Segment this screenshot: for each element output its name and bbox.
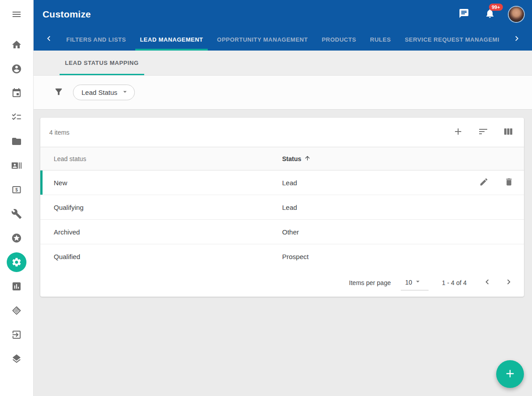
notifications-button[interactable]: 99+	[483, 7, 497, 21]
header-actions: 99+	[457, 7, 524, 22]
items-per-page-value: 10	[405, 279, 412, 286]
plus-icon	[504, 367, 516, 381]
sort-ascending-arrow-icon	[304, 155, 311, 163]
sidebar-item-documents[interactable]	[7, 132, 26, 151]
sidebar-item-settings[interactable]	[7, 252, 26, 272]
cell-status: Prospect	[282, 253, 524, 260]
home-icon	[11, 39, 22, 50]
content-area: 4 items Lead status	[34, 110, 532, 396]
cell-status: Other	[282, 228, 524, 236]
svg-text:$: $	[15, 187, 18, 192]
chevron-left-icon	[44, 34, 54, 45]
delete-row-button[interactable]	[500, 174, 518, 192]
selected-row-indicator	[40, 170, 43, 195]
checklist-icon	[11, 112, 22, 123]
trash-icon	[504, 177, 514, 188]
next-page-button[interactable]	[500, 274, 518, 292]
tab-products[interactable]: PRODUCTS	[317, 28, 360, 51]
table-row[interactable]: New Lead	[40, 170, 524, 195]
chevron-down-icon	[414, 277, 422, 287]
sidebar-item-calendar[interactable]	[7, 83, 26, 103]
sidebar-item-home[interactable]	[7, 35, 26, 55]
lead-status-filter-chip[interactable]: Lead Status	[73, 85, 135, 100]
gear-icon	[11, 257, 22, 268]
subtab-lead-status-mapping[interactable]: LEAD STATUS MAPPING	[60, 51, 144, 75]
cell-lead-status: Qualifying	[40, 204, 282, 211]
handshake-icon	[11, 305, 22, 316]
plus-icon	[453, 126, 463, 139]
tab-bar: FILTERS AND LISTS LEAD MANAGEMENT OPPORT…	[34, 28, 532, 51]
filter-funnel-icon	[54, 87, 64, 98]
notification-badge: 99+	[489, 4, 503, 11]
table-row[interactable]: Qualifying Lead	[40, 195, 524, 220]
columns-icon	[503, 126, 514, 139]
items-per-page-label: Items per page	[349, 279, 390, 286]
sidebar-item-contacts[interactable]	[7, 156, 26, 175]
star-circle-icon	[11, 233, 22, 243]
row-actions	[475, 174, 524, 192]
tabs-scroll-right-button[interactable]	[509, 28, 525, 51]
tab-service-request-management[interactable]: SERVICE REQUEST MANAGEMI	[400, 28, 504, 51]
pencil-icon	[479, 177, 489, 188]
table-row[interactable]: Qualified Prospect	[40, 244, 524, 269]
cell-lead-status: Archived	[40, 228, 282, 236]
chevron-right-icon	[512, 34, 522, 45]
table-header-row: Lead status Status	[40, 147, 524, 170]
sidebar: $	[0, 0, 34, 396]
dollar-card-icon: $	[11, 184, 22, 195]
chevron-right-icon	[504, 277, 514, 289]
items-per-page-select[interactable]: 10	[401, 276, 429, 290]
columns-button[interactable]	[499, 123, 518, 142]
tab-filters-and-lists[interactable]: FILTERS AND LISTS	[62, 28, 130, 51]
filter-chip-label: Lead Status	[82, 89, 117, 96]
folder-icon	[11, 136, 22, 147]
sidebar-item-account[interactable]	[7, 59, 26, 79]
person-circle-icon	[11, 64, 22, 74]
cell-status: Lead	[282, 204, 524, 211]
bar-chart-icon	[11, 281, 22, 292]
tab-opportunity-management[interactable]: OPPORTUNITY MANAGEMENT	[213, 28, 313, 51]
calendar-icon	[11, 88, 22, 98]
sidebar-menu-button[interactable]	[7, 4, 26, 24]
page-title: Customize	[43, 9, 457, 20]
chevron-left-icon	[482, 277, 492, 289]
app-header: Customize 99+	[34, 0, 532, 28]
edit-row-button[interactable]	[475, 174, 493, 192]
sidebar-item-reports[interactable]	[7, 277, 26, 296]
sidebar-item-tasks[interactable]	[7, 107, 26, 127]
tab-lead-management[interactable]: LEAD MANAGEMENT	[135, 28, 207, 51]
filter-button[interactable]	[51, 85, 67, 101]
hamburger-menu-icon	[11, 9, 22, 20]
exit-to-app-icon	[11, 329, 22, 340]
previous-page-button[interactable]	[478, 274, 496, 292]
chevron-down-icon	[121, 88, 129, 98]
card-toolbar: 4 items	[40, 118, 524, 147]
column-header-status[interactable]: Status	[282, 155, 311, 163]
tabs-scroll-left-button[interactable]	[41, 28, 57, 51]
sidebar-item-layers[interactable]	[7, 349, 26, 369]
sidebar-item-tools[interactable]	[7, 204, 26, 224]
sidebar-item-exit[interactable]	[7, 325, 26, 345]
sort-button[interactable]	[474, 123, 493, 142]
user-avatar[interactable]	[509, 7, 524, 22]
contacts-badge-icon	[11, 160, 22, 171]
table-row[interactable]: Archived Other	[40, 220, 524, 244]
column-header-status-label: Status	[282, 155, 301, 162]
add-fab-button[interactable]	[496, 360, 524, 388]
chat-icon	[459, 8, 469, 21]
sidebar-item-favorites[interactable]	[7, 228, 26, 248]
chat-button[interactable]	[457, 7, 471, 21]
cell-lead-status: New	[40, 179, 282, 187]
filter-bar: Lead Status	[34, 76, 532, 110]
items-count: 4 items	[49, 129, 449, 136]
column-header-lead-status[interactable]: Lead status	[40, 155, 282, 162]
pagination-bar: Items per page 10 1 - 4 of 4	[40, 269, 524, 297]
add-item-button[interactable]	[449, 123, 468, 142]
sub-tab-bar: LEAD STATUS MAPPING	[34, 51, 532, 76]
cell-lead-status: Qualified	[40, 253, 282, 260]
sidebar-item-billing[interactable]: $	[7, 180, 26, 200]
lead-status-mapping-card: 4 items Lead status	[40, 118, 524, 297]
tab-rules[interactable]: RULES	[365, 28, 395, 51]
wrench-icon	[11, 209, 22, 219]
sidebar-item-deals[interactable]	[7, 301, 26, 320]
